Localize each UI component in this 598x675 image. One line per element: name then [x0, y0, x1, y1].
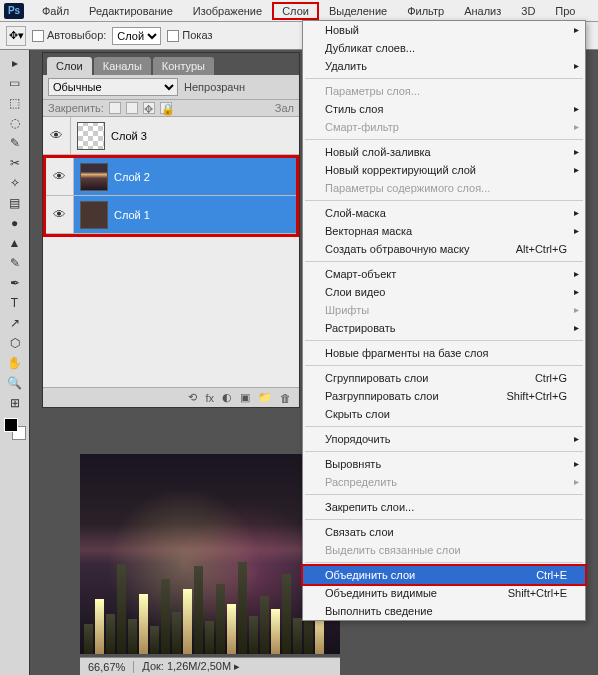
menu-item-Создать-обтравочную-маску[interactable]: Создать обтравочную маскуAlt+Ctrl+G: [303, 240, 585, 258]
blend-mode-select[interactable]: Обычные: [48, 78, 178, 96]
lock-pixels-icon[interactable]: [126, 102, 138, 114]
menu-item-Сгруппировать-слои[interactable]: Сгруппировать слоиCtrl+G: [303, 369, 585, 387]
menu-item-Выполнить-сведение[interactable]: Выполнить сведение: [303, 602, 585, 620]
menu-item-Слой-маска[interactable]: Слой-маска: [303, 204, 585, 222]
auto-select-checkbox[interactable]: Автовыбор:: [32, 29, 106, 42]
layers-list: 👁Слой 3👁Слой 2👁Слой 1: [43, 117, 299, 237]
menu-item-Разгруппировать-слои[interactable]: Разгруппировать слоиShift+Ctrl+G: [303, 387, 585, 405]
menu-3D[interactable]: 3D: [511, 2, 545, 20]
menu-item-Параметры-содержимого-слоя-: Параметры содержимого слоя...: [303, 179, 585, 197]
menu-Выделение[interactable]: Выделение: [319, 2, 397, 20]
tab-Каналы[interactable]: Каналы: [94, 57, 151, 75]
menu-item-Дубликат-слоев-[interactable]: Дубликат слоев...: [303, 39, 585, 57]
menubar: Ps ФайлРедактированиеИзображениеСлоиВыде…: [0, 0, 598, 22]
zoom-level[interactable]: 66,67%: [80, 661, 134, 673]
menu-item-Новые-фрагменты-на-базе-слоя[interactable]: Новые фрагменты на базе слоя: [303, 344, 585, 362]
menu-item-Новый-слой-заливка[interactable]: Новый слой-заливка: [303, 143, 585, 161]
menu-item-Скрыть-слои[interactable]: Скрыть слои: [303, 405, 585, 423]
tool-11[interactable]: ✒: [3, 274, 27, 292]
layer-row[interactable]: 👁Слой 2: [46, 158, 296, 196]
menu-item-Растрировать[interactable]: Растрировать: [303, 319, 585, 337]
visibility-eye-icon[interactable]: 👁: [43, 117, 71, 154]
menu-item-Новый-корректирующий-слой[interactable]: Новый корректирующий слой: [303, 161, 585, 179]
panel-footer-icon-0[interactable]: ⟲: [188, 391, 197, 404]
layer-row[interactable]: 👁Слой 3: [43, 117, 299, 155]
layer-name[interactable]: Слой 2: [114, 171, 150, 183]
panel-footer-icon-4[interactable]: 📁: [258, 391, 272, 404]
foreground-background-swatch[interactable]: [4, 418, 26, 440]
layers-menu-dropdown[interactable]: НовыйДубликат слоев...УдалитьПараметры с…: [302, 20, 586, 621]
tab-Контуры[interactable]: Контуры: [153, 57, 214, 75]
lock-all-icon[interactable]: 🔒: [160, 102, 172, 114]
tool-12[interactable]: T: [3, 294, 27, 312]
layer-thumbnail[interactable]: [80, 163, 108, 191]
panel-footer-icon-3[interactable]: ▣: [240, 391, 250, 404]
layer-name[interactable]: Слой 3: [111, 130, 147, 142]
tool-palette: ▸▭⬚◌✎✂✧▤●▲✎✒T↗⬡✋🔍⊞: [0, 50, 30, 675]
panel-footer-icon-5[interactable]: 🗑: [280, 392, 291, 404]
tab-Слои[interactable]: Слои: [47, 57, 92, 75]
menu-item-Выделить-связанные-слои: Выделить связанные слои: [303, 541, 585, 559]
show-transform-checkbox[interactable]: Показ: [167, 29, 212, 42]
menu-item-Векторная-маска[interactable]: Векторная маска: [303, 222, 585, 240]
merge-layers-highlight: Объединить слоиCtrl+E: [301, 564, 587, 586]
tool-1[interactable]: ▭: [3, 74, 27, 92]
menu-Фильтр[interactable]: Фильтр: [397, 2, 454, 20]
menu-item-Выровнять[interactable]: Выровнять: [303, 455, 585, 473]
tool-5[interactable]: ✂: [3, 154, 27, 172]
menu-item-Шрифты: Шрифты: [303, 301, 585, 319]
lock-transparency-icon[interactable]: [109, 102, 121, 114]
visibility-eye-icon[interactable]: 👁: [46, 158, 74, 195]
menu-item-Смарт-фильтр: Смарт-фильтр: [303, 118, 585, 136]
auto-select-target[interactable]: Слой: [112, 27, 161, 45]
menu-item-Стиль-слоя[interactable]: Стиль слоя: [303, 100, 585, 118]
document-canvas[interactable]: [80, 454, 340, 654]
menu-Анализ[interactable]: Анализ: [454, 2, 511, 20]
tool-15[interactable]: ✋: [3, 354, 27, 372]
tool-8[interactable]: ●: [3, 214, 27, 232]
menu-Слои[interactable]: Слои: [272, 2, 319, 20]
tool-9[interactable]: ▲: [3, 234, 27, 252]
move-tool-icon[interactable]: ✥▾: [6, 26, 26, 46]
lock-label: Закрепить:: [48, 102, 104, 114]
opacity-label: Непрозрачн: [184, 81, 245, 93]
panel-footer-icon-1[interactable]: fx: [205, 392, 214, 404]
tool-17[interactable]: ⊞: [3, 394, 27, 412]
status-bar: 66,67% Док: 1,26M/2,50M ▸: [80, 657, 340, 675]
layers-panel: СлоиКаналыКонтуры Обычные Непрозрачн Зак…: [42, 52, 300, 408]
menu-item-Параметры-слоя-: Параметры слоя...: [303, 82, 585, 100]
panel-footer-icon-2[interactable]: ◐: [222, 391, 232, 404]
menu-Редактирование[interactable]: Редактирование: [79, 2, 183, 20]
visibility-eye-icon[interactable]: 👁: [46, 196, 74, 233]
menu-item-Объединить-слои[interactable]: Объединить слоиCtrl+E: [303, 566, 585, 584]
tool-16[interactable]: 🔍: [3, 374, 27, 392]
menu-Файл[interactable]: Файл: [32, 2, 79, 20]
layer-thumbnail[interactable]: [77, 122, 105, 150]
menu-Изображение[interactable]: Изображение: [183, 2, 272, 20]
menu-item-Смарт-объект[interactable]: Смарт-объект: [303, 265, 585, 283]
doc-size: 1,26M/2,50M: [167, 660, 231, 672]
menu-Про[interactable]: Про: [545, 2, 585, 20]
panel-tabs: СлоиКаналыКонтуры: [43, 53, 299, 75]
tool-13[interactable]: ↗: [3, 314, 27, 332]
menu-item-Новый[interactable]: Новый: [303, 21, 585, 39]
menu-item-Объединить-видимые[interactable]: Объединить видимыеShift+Ctrl+E: [303, 584, 585, 602]
menu-item-Распределить: Распределить: [303, 473, 585, 491]
menu-item-Удалить[interactable]: Удалить: [303, 57, 585, 75]
menu-item-Закрепить-слои-[interactable]: Закрепить слои...: [303, 498, 585, 516]
lock-position-icon[interactable]: ✥: [143, 102, 155, 114]
tool-4[interactable]: ✎: [3, 134, 27, 152]
tool-0[interactable]: ▸: [3, 54, 27, 72]
layer-name[interactable]: Слой 1: [114, 209, 150, 221]
tool-6[interactable]: ✧: [3, 174, 27, 192]
tool-14[interactable]: ⬡: [3, 334, 27, 352]
tool-7[interactable]: ▤: [3, 194, 27, 212]
layer-thumbnail[interactable]: [80, 201, 108, 229]
tool-3[interactable]: ◌: [3, 114, 27, 132]
menu-item-Упорядочить[interactable]: Упорядочить: [303, 430, 585, 448]
tool-2[interactable]: ⬚: [3, 94, 27, 112]
tool-10[interactable]: ✎: [3, 254, 27, 272]
menu-item-Слои-видео[interactable]: Слои видео: [303, 283, 585, 301]
layer-row[interactable]: 👁Слой 1: [46, 196, 296, 234]
menu-item-Связать-слои[interactable]: Связать слои: [303, 523, 585, 541]
